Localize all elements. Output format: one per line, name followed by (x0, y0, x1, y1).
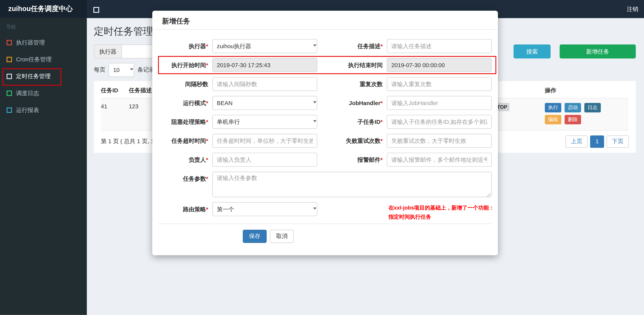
start-time-label: 执行开始时间* (162, 58, 208, 72)
feature-note: 在xxl-jobs项目的基础上，新增了一个功能： 指定时间执行任务 (388, 203, 500, 221)
modal-header: 新增任务 (152, 11, 498, 30)
child-job-input[interactable] (387, 115, 492, 129)
modal-title: 新增任务 (162, 17, 190, 25)
timeout-input[interactable] (212, 134, 317, 148)
modal-footer: 保存 取消 (152, 224, 498, 243)
app-brand[interactable]: zuihou任务调度中心 (0, 0, 87, 18)
block-strategy-select[interactable]: 单机串行 (212, 115, 317, 129)
save-button[interactable]: 保存 (243, 230, 266, 243)
start-time-input[interactable] (212, 58, 317, 72)
sidebar-item-label: 执行器管理 (16, 39, 45, 46)
sidebar-item-label: Cron任务管理 (16, 56, 52, 63)
add-job-button[interactable]: 新增任务 (560, 45, 636, 59)
required-asterisk: * (380, 119, 383, 125)
required-asterisk: * (206, 62, 208, 68)
required-asterisk: * (380, 157, 383, 163)
per-page-value: 10 (113, 67, 120, 73)
col-header-actions: 操作 (545, 83, 629, 98)
form-row-block-childjob: 阻塞处理策略* 单机串行 子任务ID* (152, 115, 498, 129)
form-row-timeout-retry: 任务超时时间* 失败重试次数* (152, 134, 498, 148)
prev-page-button[interactable]: 上页 (566, 135, 588, 148)
square-icon (6, 91, 12, 96)
page-1-button[interactable]: 1 (590, 135, 604, 148)
executor-select-value: zuihou执行器 (217, 43, 251, 49)
start-button[interactable]: 启动 (564, 103, 581, 112)
form-row-executor-desc: 执行器* zuihou执行器 任务描述* (152, 39, 498, 53)
select-stepper-icon (310, 206, 314, 212)
alarm-email-input[interactable] (387, 153, 492, 167)
required-asterisk: * (206, 175, 208, 182)
end-time-label: 执行结束时间 (317, 58, 383, 72)
form-row-runmode-handler: 运行模式* BEAN JobHandler* (152, 96, 498, 110)
execute-button[interactable]: 执行 (545, 103, 561, 112)
executor-filter-label: 执行器 (94, 45, 122, 59)
resize-handle-icon[interactable] (486, 193, 490, 197)
repeat-input[interactable] (387, 77, 492, 91)
run-mode-select-value: BEAN (217, 100, 232, 106)
executor-label: 执行器* (162, 39, 208, 53)
app-root: zuihou任务调度中心 注销 导航 执行器管理 Cron任务管理 定时任务管理… (0, 0, 644, 315)
cell-job-id: 41 (101, 98, 129, 130)
timeout-label: 任务超时时间* (162, 134, 208, 148)
interval-label: 间隔秒数 (162, 77, 208, 91)
owner-label: 负责人* (162, 153, 208, 167)
retry-input[interactable] (387, 134, 492, 148)
search-button[interactable]: 搜索 (514, 45, 550, 59)
block-strategy-label: 阻塞处理策略* (162, 115, 208, 129)
required-asterisk: * (206, 119, 208, 125)
delete-button[interactable]: 删除 (564, 115, 581, 124)
required-asterisk: * (380, 138, 383, 144)
required-asterisk: * (380, 43, 383, 49)
job-param-textarea[interactable] (212, 172, 492, 197)
form-row-owner-email: 负责人* 报警邮件* (152, 153, 498, 167)
run-mode-select[interactable]: BEAN (212, 96, 317, 110)
job-handler-label: JobHandler* (317, 96, 383, 110)
repeat-label: 重复次数 (317, 77, 383, 91)
sidebar-item-label: 运行报表 (16, 106, 39, 114)
sidebar-menu: 执行器管理 Cron任务管理 定时任务管理 调度日志 运行报表 (0, 34, 87, 119)
form-row-interval-repeat: 间隔秒数 重复次数 (152, 77, 498, 91)
add-job-modal: 新增任务 执行器* zuihou执行器 任务描述* 执行开始时间* 执行结束时间 (152, 11, 498, 255)
alarm-email-label: 报警邮件* (317, 153, 383, 167)
edit-button[interactable]: 编辑 (545, 115, 561, 124)
interval-input[interactable] (212, 77, 317, 91)
select-stepper-icon (310, 43, 314, 49)
form-row-times: 执行开始时间* 执行结束时间 (152, 58, 498, 72)
sidebar-item-run-report[interactable]: 运行报表 (0, 102, 87, 119)
form-row-job-param: 任务参数* (152, 172, 498, 197)
sidebar-item-schedule-log[interactable]: 调度日志 (0, 85, 87, 102)
sidebar-item-timed-job-manage[interactable]: 定时任务管理 (0, 68, 87, 85)
retry-label: 失败重试次数* (317, 134, 383, 148)
route-strategy-select[interactable]: 第一个 (212, 202, 317, 216)
sidebar: 导航 执行器管理 Cron任务管理 定时任务管理 调度日志 运行报表 (0, 18, 87, 315)
required-asterisk: * (206, 43, 208, 49)
required-asterisk: * (206, 138, 208, 144)
sidebar-toggle-icon[interactable] (94, 7, 99, 13)
cancel-button[interactable]: 取消 (270, 230, 294, 243)
executor-select[interactable]: zuihou执行器 (212, 39, 317, 53)
feature-note-line1: 在xxl-jobs项目的基础上，新增了一个功能： (388, 203, 500, 212)
sidebar-item-executor-manage[interactable]: 执行器管理 (0, 34, 87, 51)
per-page-select[interactable]: 10 (109, 63, 134, 77)
pagination-buttons: 上页 1 下页 (566, 135, 629, 148)
route-strategy-select-value: 第一个 (217, 206, 234, 212)
feature-note-line2: 指定时间执行任务 (388, 212, 500, 221)
sidebar-item-cron-manage[interactable]: Cron任务管理 (0, 51, 87, 68)
select-stepper-icon (310, 100, 314, 106)
end-time-input[interactable] (387, 58, 492, 72)
log-button[interactable]: 日志 (584, 103, 601, 112)
sidebar-section-header: 导航 (0, 18, 87, 34)
logout-link[interactable]: 注销 (624, 0, 642, 18)
route-strategy-label: 路由策略* (162, 202, 208, 216)
required-asterisk: * (206, 206, 208, 212)
per-page-label: 每页 (94, 66, 106, 74)
next-page-button[interactable]: 下页 (606, 135, 629, 148)
job-handler-input[interactable] (387, 96, 492, 110)
square-icon (6, 57, 12, 62)
select-stepper-icon (310, 119, 314, 125)
job-desc-input[interactable] (387, 39, 492, 53)
col-header-job-id[interactable]: 任务ID (101, 83, 129, 98)
job-desc-label: 任务描述* (317, 39, 383, 53)
owner-input[interactable] (212, 153, 317, 167)
square-icon (6, 107, 12, 113)
